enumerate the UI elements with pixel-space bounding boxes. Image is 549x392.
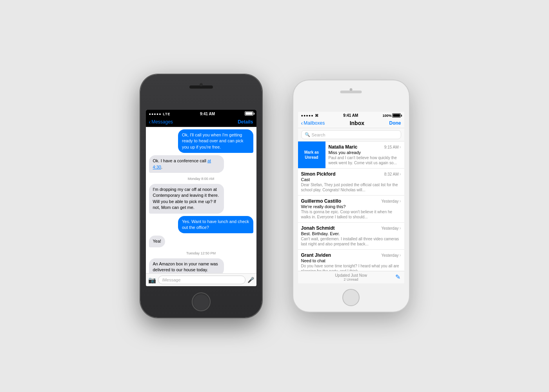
mail-list[interactable]: Mark as Unread Natalia Maric 9:15 AM › M… [298,142,404,271]
imessage-placeholder: iMessage [162,278,181,282]
time-link[interactable]: at 4:30 [153,158,211,169]
message-row: Yes. Want to have lunch and check out th… [149,216,253,234]
mail-sender: Guillermo Castillo [301,198,342,204]
back-button[interactable]: ‹ Messages [149,119,173,125]
microphone-icon[interactable]: 🎤 [247,277,254,283]
message-row: Yea! [149,236,253,247]
phone-dark: ●●●●● LTE 9:41 AM ‹ Messages Details [140,74,262,318]
mark-unread-action[interactable]: Mark as Unread [298,142,325,168]
timestamp-label: Monday 8:00 AM [149,177,253,181]
mail-subject: We're really doing this? [301,204,401,209]
inbox-title: Inbox [350,120,364,126]
updated-text: Updated Just Now [302,273,400,278]
mail-preview: Paul and I can't believe how quickly the… [329,155,401,165]
mail-screen-container: ●●●●● ⌘ 9:41 AM 100% ‹ Mailboxes Inbox D… [298,112,404,283]
messages-nav-bar: ‹ Messages Details [146,117,256,127]
message-bubble-received: Ok. I have a conference call at 4:30. [149,155,224,173]
mail-subject: Need to chat [301,258,401,263]
chevron-icon: › [400,144,401,150]
mail-item-header: Simon Pickford 8:32 AM › [301,171,401,177]
back-label: Messages [151,119,173,125]
signal-indicator: ●●●●● LTE [149,112,171,116]
mail-subject: Miss you already [329,150,401,155]
mail-footer: Updated Just Now 2 Unread ✎ [298,271,404,283]
home-button[interactable] [192,292,211,311]
camera-icon[interactable]: 📷 [148,276,156,284]
chevron-icon: › [400,252,401,258]
mail-preview: This is gonna be epic. Coop won't believ… [301,209,401,220]
back-chevron-icon: ‹ [149,119,151,125]
done-button[interactable]: Done [389,120,401,126]
mail-item-header: Grant Jividen Yesterday › [301,252,401,258]
back-chevron-icon: ‹ [301,120,303,126]
mail-nav-bar: ‹ Mailboxes Inbox Done [298,118,404,128]
mail-item[interactable]: Guillermo Castillo Yesterday › We're rea… [298,196,404,223]
mail-subject: Cast [301,177,401,182]
home-button[interactable] [342,289,360,306]
search-input[interactable]: 🔍 Search [301,130,401,139]
search-placeholder: Search [312,132,325,137]
mail-item-header: Guillermo Castillo Yesterday › [301,198,401,204]
message-row: Ok. I have a conference call at 4:30. [149,155,253,173]
mail-sender: Simon Pickford [301,171,336,177]
mail-item-header: Jonah Schmidt Yesterday › [301,225,401,231]
status-bar-light: ●●●●● ⌘ 9:41 AM 100% [298,112,404,118]
time-display: 9:41 AM [200,112,215,116]
mail-item[interactable]: Mark as Unread Natalia Maric 9:15 AM › M… [298,142,404,169]
nav-action-details[interactable]: Details [238,119,253,125]
mail-sender: Grant Jividen [301,252,331,258]
back-label: Mailboxes [304,120,325,126]
message-input-bar: 📷 iMessage 🎤 [146,273,256,286]
phone-light: ●●●●● ⌘ 9:41 AM 100% ‹ Mailboxes Inbox D… [293,80,409,312]
unread-count: 2 Unread [302,278,400,281]
chevron-icon: › [400,171,401,177]
mail-preview: Can't wait, gentlemen. I installed all t… [301,236,401,247]
mail-time: 8:32 AM › [384,171,401,177]
signal-indicator: ●●●●● ⌘ [301,114,319,118]
battery-area: 100% [382,113,401,118]
battery-indicator [245,111,253,116]
timestamp-label: Tuesday 12:50 PM [149,251,253,255]
mail-sender: Natalia Maric [329,144,358,150]
mail-time: Yesterday › [381,225,401,231]
mail-time: 9:15 AM › [384,144,401,150]
mail-subject: Best. Birthday. Ever. [301,231,401,236]
battery-percent: 100% [382,114,391,118]
message-bubble-received: I'm dropping my car off at noon at Conte… [149,184,224,214]
search-bar: 🔍 Search [298,128,404,142]
messages-screen-container: ●●●●● LTE 9:41 AM ‹ Messages Details [146,110,256,286]
search-icon: 🔍 [305,132,310,137]
message-row: I'm dropping my car off at noon at Conte… [149,184,253,214]
imessage-input[interactable]: iMessage [158,276,245,284]
message-row: Ok, I'll call you when I'm getting ready… [149,129,253,153]
mail-item-content: Natalia Maric 9:15 AM › Miss you already… [325,142,404,168]
time-display: 9:41 AM [343,113,358,118]
message-bubble-received: An Amazon box in your name was delivered… [149,258,224,273]
mail-item-header: Natalia Maric 9:15 AM › [329,144,401,150]
mail-preview: Do you have some time tonight? I heard w… [301,263,401,271]
messages-list[interactable]: Ok, I'll call you when I'm getting ready… [146,127,256,273]
swipe-label: Mark as Unread [304,150,319,160]
message-row: An Amazon box in your name was delivered… [149,258,253,273]
scene: ●●●●● LTE 9:41 AM ‹ Messages Details [0,0,549,392]
status-bar-dark: ●●●●● LTE 9:41 AM [146,110,256,117]
mail-item[interactable]: Jonah Schmidt Yesterday › Best. Birthday… [298,223,404,250]
mail-item[interactable]: Simon Pickford 8:32 AM › Cast Dear Stefa… [298,169,404,196]
mail-sender: Jonah Schmidt [301,225,335,231]
mail-preview: Dear Stefan, They just posted the offici… [301,182,401,192]
message-bubble-sent: Yes. Want to have lunch and check out th… [178,216,253,234]
message-bubble-received: Yea! [149,236,165,247]
chevron-icon: › [400,198,401,204]
mail-time: Yesterday › [381,198,401,204]
mailboxes-back-button[interactable]: ‹ Mailboxes [301,120,325,126]
message-bubble-sent: Ok, I'll call you when I'm getting ready… [178,129,253,153]
compose-button[interactable]: ✎ [395,273,400,281]
chevron-icon: › [400,225,401,231]
mail-item[interactable]: Grant Jividen Yesterday › Need to chat D… [298,250,404,271]
mail-time: Yesterday › [381,252,401,258]
